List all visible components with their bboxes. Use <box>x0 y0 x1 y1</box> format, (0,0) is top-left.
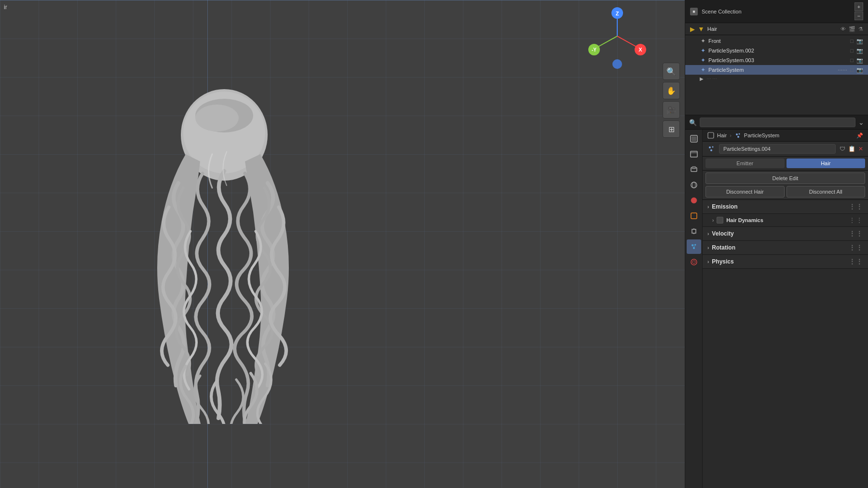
outliner: ■ Scene Collection + − ▶ ▼ Hair 👁 🎬 ⚗ <box>685 0 868 116</box>
viewport-label: ir <box>4 4 7 11</box>
front-camera2-icon[interactable]: 📷 <box>856 38 863 44</box>
velocity-label: Velocity <box>712 230 846 237</box>
settings-actions: 🛡 📋 ✕ <box>840 145 863 152</box>
particle-settings-name-input[interactable] <box>719 144 836 154</box>
rotation-dots: ⋮⋮ <box>849 244 863 251</box>
hair-collection-icon: ▼ <box>698 25 705 33</box>
svg-point-20 <box>691 182 697 188</box>
section-velocity-header[interactable]: › Velocity ⋮⋮ <box>703 227 868 240</box>
section-velocity: › Velocity ⋮⋮ <box>703 227 868 241</box>
pan-btn[interactable]: ✋ <box>663 82 680 99</box>
props-search-icon: 🔍 <box>689 119 697 126</box>
filter-icon[interactable]: ⚗ <box>858 26 863 32</box>
svg-point-33 <box>692 261 695 264</box>
ps002-label: ParticleSystem.002 <box>708 48 847 53</box>
outliner-item-ps002[interactable]: ✦ ParticleSystem.002 □ 📷 <box>685 46 868 55</box>
props-icon-particles[interactable] <box>687 239 701 254</box>
svg-point-35 <box>736 133 738 135</box>
svg-point-39 <box>712 146 714 148</box>
props-icon-scene[interactable] <box>687 178 701 192</box>
camera-icon[interactable]: 🎬 <box>849 26 855 32</box>
properties-expand-btn[interactable]: ⌄ <box>858 119 864 126</box>
properties-search-input[interactable] <box>700 118 855 127</box>
properties-search-bar: 🔍 ⌄ <box>685 116 868 130</box>
ps-expand-row[interactable]: ▶ ⋯⋯ <box>685 75 868 83</box>
tab-emitter[interactable]: Emitter <box>705 158 785 168</box>
ps-label: ParticleSystem <box>708 67 835 73</box>
ps-expand-icon[interactable]: ▶ <box>700 76 704 81</box>
section-emission-header[interactable]: › Emission ⋮⋮ <box>703 200 868 213</box>
outliner-remove-btn[interactable]: − <box>854 12 863 20</box>
ps-display-icon[interactable]: □ <box>850 67 854 73</box>
ps-camera5-icon[interactable]: 📷 <box>856 67 863 73</box>
props-icon-output[interactable] <box>687 147 701 161</box>
ps002-camera3-icon[interactable]: 📷 <box>856 48 863 54</box>
section-rotation-header[interactable]: › Rotation ⋮⋮ <box>703 241 868 254</box>
section-physics: › Physics ⋮⋮ <box>703 255 868 269</box>
delete-edit-btn[interactable]: Delete Edit <box>705 172 865 184</box>
breadcrumb-hair-label: Hair <box>717 132 727 138</box>
copy-icon[interactable]: 📋 <box>848 145 855 152</box>
emission-chevron-icon: › <box>707 204 709 210</box>
props-icon-physics[interactable] <box>687 255 701 269</box>
grid-btn[interactable]: ⊞ <box>663 120 680 138</box>
breadcrumb-sep: › <box>730 132 732 138</box>
breadcrumb-ps-icon <box>734 132 741 139</box>
svg-rect-15 <box>692 136 696 141</box>
props-icon-modifier[interactable] <box>687 224 701 238</box>
outliner-item-ps003[interactable]: ✦ ParticleSystem.003 □ 📷 <box>685 55 868 65</box>
ps-drag-dots: ⋯⋯ <box>706 76 718 81</box>
hair-dynamics-label: Hair Dynamics <box>726 217 846 223</box>
hair-dynamics-checkbox[interactable] <box>717 217 723 224</box>
outliner-add-btn[interactable]: + <box>854 2 863 11</box>
camera-btn[interactable]: 🎥 <box>663 101 680 119</box>
props-icon-render[interactable] <box>687 132 701 146</box>
tab-hair[interactable]: Hair <box>787 158 866 168</box>
hair-collection-row[interactable]: ▶ ▼ Hair 👁 🎬 ⚗ <box>685 23 868 35</box>
pin-icon[interactable]: 📌 <box>856 132 863 139</box>
outliner-header-right: + − <box>854 2 863 20</box>
props-sidebar <box>685 130 703 488</box>
type-tabs: Emitter Hair <box>703 157 868 171</box>
ps003-display-icon[interactable]: □ <box>850 57 854 63</box>
disconnect-all-btn[interactable]: Disconnect All <box>787 186 866 198</box>
nav-gizmo[interactable]: Z -Y X <box>588 7 646 70</box>
viewport-toolbar: 🔍 ✋ 🎥 ⊞ <box>663 63 680 138</box>
svg-rect-16 <box>691 151 697 157</box>
svg-point-38 <box>709 146 711 148</box>
ps002-display-icon[interactable]: □ <box>850 48 854 53</box>
action-buttons: Delete Edit Disconnect Hair Disconnect A… <box>703 171 868 200</box>
properties-panel: 🔍 ⌄ <box>685 116 868 488</box>
ps003-camera4-icon[interactable]: 📷 <box>856 57 863 64</box>
front-item-label: Front <box>708 38 847 44</box>
props-icon-object[interactable] <box>687 209 701 223</box>
section-hair-dynamics-header[interactable]: › Hair Dynamics ⋮⋮ <box>703 214 868 226</box>
outliner-item-ps[interactable]: ✦ ParticleSystem ⋯⋯ □ 📷 <box>685 65 868 75</box>
hair-dynamics-dots: ⋮⋮ <box>849 216 863 224</box>
velocity-dots: ⋮⋮ <box>849 230 863 237</box>
eye-icon[interactable]: 👁 <box>841 26 846 32</box>
svg-point-13 <box>612 59 622 69</box>
ps003-icon: ✦ <box>701 57 705 64</box>
svg-text:X: X <box>638 47 642 53</box>
section-physics-header[interactable]: › Physics ⋮⋮ <box>703 255 868 268</box>
ps-icon: ✦ <box>701 66 705 73</box>
props-icon-world[interactable] <box>687 193 701 208</box>
disconnect-hair-btn[interactable]: Disconnect Hair <box>705 186 785 198</box>
viewport[interactable]: ir Z -Y X 🔍 ✋ 🎥 ⊞ <box>0 0 685 488</box>
svg-text:-Y: -Y <box>592 47 597 53</box>
svg-rect-34 <box>708 132 714 138</box>
outliner-item-front[interactable]: ✦ Front □ 📷 <box>685 36 868 46</box>
zoom-btn[interactable]: 🔍 <box>663 63 680 80</box>
svg-point-3 <box>195 105 239 132</box>
shield-icon[interactable]: 🛡 <box>840 145 845 152</box>
close-settings-icon[interactable]: ✕ <box>858 145 863 152</box>
hair-collection-expand[interactable]: ▶ <box>690 26 695 33</box>
front-display-icon[interactable]: □ <box>850 38 854 44</box>
svg-text:Z: Z <box>616 11 619 16</box>
props-icon-viewlayer[interactable] <box>687 162 701 177</box>
physics-chevron-icon: › <box>707 259 709 264</box>
svg-rect-23 <box>691 213 697 219</box>
disconnect-buttons-row: Disconnect Hair Disconnect All <box>705 186 865 198</box>
breadcrumb-hair-icon <box>707 132 714 139</box>
